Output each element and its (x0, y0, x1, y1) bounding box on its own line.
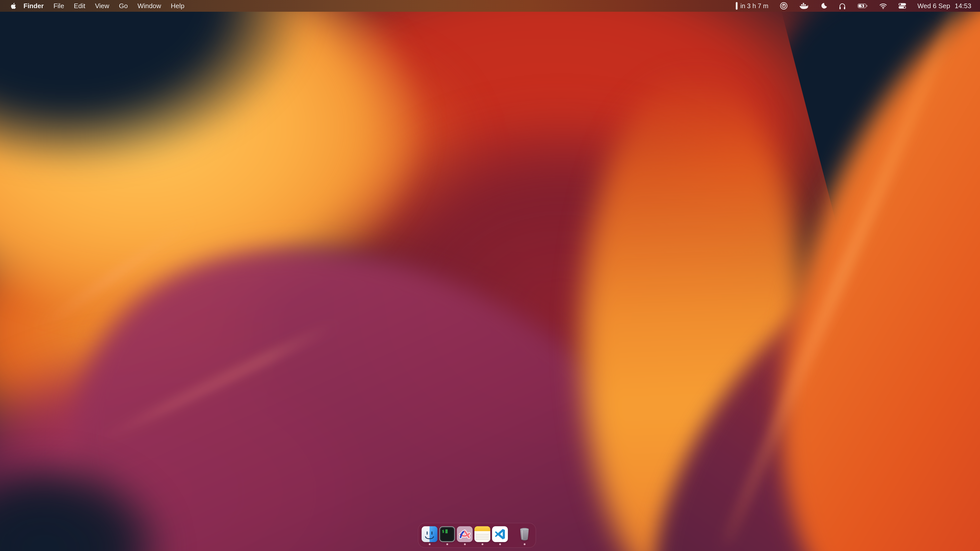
wifi-icon (879, 3, 887, 9)
docker-whale-icon (799, 2, 809, 10)
running-indicator-dot (464, 543, 466, 545)
menu-item-window[interactable]: Window (133, 0, 166, 12)
dock-item-trash[interactable] (517, 526, 532, 545)
menu-item-finder[interactable]: Finder (19, 0, 48, 12)
vscode-icon (492, 526, 508, 542)
timer-text: in 3 h 7 m (740, 2, 768, 10)
finder-icon (422, 526, 438, 542)
battery-menu-item[interactable] (857, 2, 868, 10)
focus-mode-menu-item[interactable] (820, 2, 827, 10)
dock-item-notes[interactable] (474, 526, 490, 545)
timer-bar-icon (736, 2, 738, 10)
battery-charging-icon (857, 2, 868, 10)
menu-item-file[interactable]: File (48, 0, 69, 12)
desktop-wallpaper (0, 0, 980, 551)
dock: $ (418, 523, 536, 548)
svg-text:$: $ (442, 529, 444, 534)
docker-menu-item[interactable] (799, 2, 809, 10)
menu-bar: Finder File Edit View Go Window Help in … (0, 0, 980, 12)
headphones-menu-item[interactable] (838, 2, 846, 10)
trash-icon (517, 526, 532, 542)
moon-icon (820, 2, 827, 10)
clock-time: 14:53 (955, 2, 971, 10)
arc-browser-icon (457, 526, 473, 542)
apple-logo-icon (10, 2, 16, 10)
dock-item-finder[interactable] (422, 526, 438, 545)
menu-item-edit[interactable]: Edit (69, 0, 90, 12)
dock-item-terminal[interactable]: $ (439, 526, 455, 545)
notes-icon (474, 526, 490, 542)
control-center-icon (898, 3, 906, 9)
dock-item-arc[interactable] (457, 526, 473, 545)
control-center-menu-item[interactable] (898, 3, 906, 9)
onepassword-menu-item[interactable] (780, 2, 788, 10)
menu-bar-status-area: in 3 h 7 m (736, 0, 980, 12)
terminal-icon: $ (439, 526, 455, 542)
menu-bar-clock[interactable]: Wed 6 Sep 14:53 (918, 2, 971, 10)
menu-item-go[interactable]: Go (114, 0, 133, 12)
running-indicator-dot (482, 543, 484, 545)
macos-desktop: { "menu_bar": { "items": ["Finder", "Fil… (0, 0, 980, 551)
menu-item-view[interactable]: View (90, 0, 114, 12)
menu-item-help[interactable]: Help (166, 0, 189, 12)
timer-status-item[interactable]: in 3 h 7 m (736, 2, 768, 10)
apple-menu-icon[interactable] (10, 2, 17, 10)
menu-bar-left: Finder File Edit View Go Window Help (0, 0, 189, 12)
clock-date: Wed 6 Sep (918, 2, 950, 10)
wifi-menu-item[interactable] (879, 3, 887, 9)
running-indicator-dot (446, 543, 448, 545)
headphones-icon (838, 2, 846, 10)
dock-item-vscode[interactable] (492, 526, 508, 545)
running-indicator-dot (499, 543, 501, 545)
onepassword-icon (780, 2, 788, 10)
running-indicator-dot (524, 543, 525, 545)
running-indicator-dot (429, 543, 431, 545)
